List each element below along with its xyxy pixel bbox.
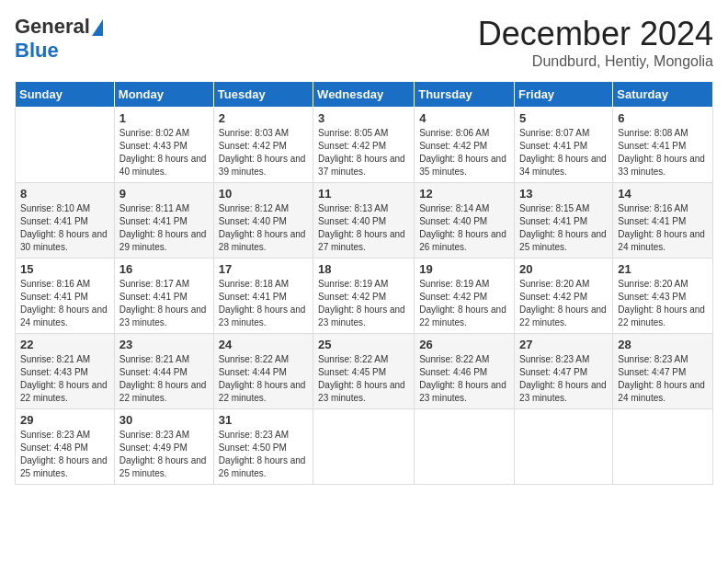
day-number: 10 xyxy=(219,187,308,201)
day-number: 11 xyxy=(318,187,409,201)
calendar-cell: 31Sunrise: 8:23 AMSunset: 4:50 PMDayligh… xyxy=(213,409,313,485)
calendar-table: Sunday Monday Tuesday Wednesday Thursday… xyxy=(15,81,713,485)
cell-content: Sunrise: 8:06 AMSunset: 4:42 PMDaylight:… xyxy=(419,127,509,178)
cell-content: Sunrise: 8:02 AMSunset: 4:43 PMDaylight:… xyxy=(119,127,209,178)
day-number: 22 xyxy=(20,338,109,351)
logo-arrow-icon xyxy=(92,19,103,36)
empty-cell xyxy=(415,409,515,485)
cell-content: Sunrise: 8:08 AMSunset: 4:41 PMDaylight:… xyxy=(618,127,708,178)
day-number: 3 xyxy=(318,111,409,125)
day-number: 4 xyxy=(419,111,509,125)
day-number: 13 xyxy=(519,187,608,201)
calendar-cell: 28Sunrise: 8:23 AMSunset: 4:47 PMDayligh… xyxy=(613,334,713,409)
location-text: Dundburd, Hentiy, Mongolia xyxy=(478,53,713,70)
day-number: 29 xyxy=(20,413,109,427)
cell-content: Sunrise: 8:21 AMSunset: 4:44 PMDaylight:… xyxy=(119,353,209,405)
calendar-cell: 20Sunrise: 8:20 AMSunset: 4:42 PMDayligh… xyxy=(515,259,613,334)
calendar-cell: 25Sunrise: 8:22 AMSunset: 4:45 PMDayligh… xyxy=(313,334,415,409)
calendar-cell: 27Sunrise: 8:23 AMSunset: 4:47 PMDayligh… xyxy=(515,334,613,409)
calendar-cell: 26Sunrise: 8:22 AMSunset: 4:46 PMDayligh… xyxy=(415,334,515,409)
empty-cell xyxy=(515,409,613,485)
day-number: 18 xyxy=(318,262,409,276)
col-friday: Friday xyxy=(515,82,613,108)
col-thursday: Thursday xyxy=(415,82,515,108)
calendar-cell: 10Sunrise: 8:12 AMSunset: 4:40 PMDayligh… xyxy=(213,183,313,259)
month-title: December 2024 xyxy=(478,15,713,53)
day-number: 5 xyxy=(519,111,608,125)
logo-blue-text: Blue xyxy=(15,39,59,63)
day-number: 28 xyxy=(618,338,708,351)
calendar-cell: 5Sunrise: 8:07 AMSunset: 4:41 PMDaylight… xyxy=(515,108,613,183)
logo-general-text: General xyxy=(15,15,90,39)
day-number: 24 xyxy=(219,338,308,351)
calendar-week-row: 22Sunrise: 8:21 AMSunset: 4:43 PMDayligh… xyxy=(16,334,713,409)
calendar-cell: 15Sunrise: 8:16 AMSunset: 4:41 PMDayligh… xyxy=(16,259,115,334)
day-number: 30 xyxy=(119,413,209,427)
calendar-body: 1Sunrise: 8:02 AMSunset: 4:43 PMDaylight… xyxy=(16,108,713,485)
cell-content: Sunrise: 8:19 AMSunset: 4:42 PMDaylight:… xyxy=(318,278,409,329)
col-monday: Monday xyxy=(114,82,213,108)
cell-content: Sunrise: 8:14 AMSunset: 4:40 PMDaylight:… xyxy=(419,202,509,254)
day-number: 26 xyxy=(419,338,509,351)
cell-content: Sunrise: 8:22 AMSunset: 4:45 PMDaylight:… xyxy=(318,353,409,405)
page-header: General Blue December 2024 Dundburd, Hen… xyxy=(15,15,713,70)
day-number: 27 xyxy=(519,338,608,351)
calendar-cell: 1Sunrise: 8:02 AMSunset: 4:43 PMDaylight… xyxy=(114,108,213,183)
calendar-cell: 12Sunrise: 8:14 AMSunset: 4:40 PMDayligh… xyxy=(415,183,515,259)
day-number: 20 xyxy=(519,262,608,276)
cell-content: Sunrise: 8:20 AMSunset: 4:43 PMDaylight:… xyxy=(618,278,708,329)
col-wednesday: Wednesday xyxy=(313,82,415,108)
calendar-cell: 2Sunrise: 8:03 AMSunset: 4:42 PMDaylight… xyxy=(213,108,313,183)
calendar-cell: 24Sunrise: 8:22 AMSunset: 4:44 PMDayligh… xyxy=(213,334,313,409)
cell-content: Sunrise: 8:11 AMSunset: 4:41 PMDaylight:… xyxy=(119,202,209,254)
calendar-cell: 11Sunrise: 8:13 AMSunset: 4:40 PMDayligh… xyxy=(313,183,415,259)
cell-content: Sunrise: 8:17 AMSunset: 4:41 PMDaylight:… xyxy=(119,278,209,329)
calendar-cell: 16Sunrise: 8:17 AMSunset: 4:41 PMDayligh… xyxy=(114,259,213,334)
cell-content: Sunrise: 8:03 AMSunset: 4:42 PMDaylight:… xyxy=(219,127,308,178)
calendar-cell: 4Sunrise: 8:06 AMSunset: 4:42 PMDaylight… xyxy=(415,108,515,183)
empty-cell xyxy=(313,409,415,485)
day-number: 8 xyxy=(20,187,109,201)
cell-content: Sunrise: 8:22 AMSunset: 4:44 PMDaylight:… xyxy=(219,353,308,405)
cell-content: Sunrise: 8:05 AMSunset: 4:42 PMDaylight:… xyxy=(318,127,409,178)
empty-cell xyxy=(613,409,713,485)
day-number: 23 xyxy=(119,338,209,351)
day-number: 19 xyxy=(419,262,509,276)
calendar-cell: 6Sunrise: 8:08 AMSunset: 4:41 PMDaylight… xyxy=(613,108,713,183)
calendar-cell: 13Sunrise: 8:15 AMSunset: 4:41 PMDayligh… xyxy=(515,183,613,259)
calendar-cell: 21Sunrise: 8:20 AMSunset: 4:43 PMDayligh… xyxy=(613,259,713,334)
calendar-cell: 14Sunrise: 8:16 AMSunset: 4:41 PMDayligh… xyxy=(613,183,713,259)
title-block: December 2024 Dundburd, Hentiy, Mongolia xyxy=(478,15,713,70)
calendar-header: Sunday Monday Tuesday Wednesday Thursday… xyxy=(16,82,713,108)
day-number: 12 xyxy=(419,187,509,201)
calendar-cell: 23Sunrise: 8:21 AMSunset: 4:44 PMDayligh… xyxy=(114,334,213,409)
day-number: 16 xyxy=(119,262,209,276)
day-number: 31 xyxy=(219,413,308,427)
cell-content: Sunrise: 8:22 AMSunset: 4:46 PMDaylight:… xyxy=(419,353,509,405)
col-sunday: Sunday xyxy=(16,82,115,108)
col-saturday: Saturday xyxy=(613,82,713,108)
cell-content: Sunrise: 8:23 AMSunset: 4:49 PMDaylight:… xyxy=(119,429,209,480)
cell-content: Sunrise: 8:18 AMSunset: 4:41 PMDaylight:… xyxy=(219,278,308,329)
cell-content: Sunrise: 8:16 AMSunset: 4:41 PMDaylight:… xyxy=(20,278,109,329)
cell-content: Sunrise: 8:20 AMSunset: 4:42 PMDaylight:… xyxy=(519,278,608,329)
calendar-week-row: 8Sunrise: 8:10 AMSunset: 4:41 PMDaylight… xyxy=(16,183,713,259)
cell-content: Sunrise: 8:15 AMSunset: 4:41 PMDaylight:… xyxy=(519,202,608,254)
col-tuesday: Tuesday xyxy=(213,82,313,108)
calendar-cell: 17Sunrise: 8:18 AMSunset: 4:41 PMDayligh… xyxy=(213,259,313,334)
calendar-week-row: 29Sunrise: 8:23 AMSunset: 4:48 PMDayligh… xyxy=(16,409,713,485)
day-number: 2 xyxy=(219,111,308,125)
calendar-week-row: 15Sunrise: 8:16 AMSunset: 4:41 PMDayligh… xyxy=(16,259,713,334)
day-number: 17 xyxy=(219,262,308,276)
day-number: 15 xyxy=(20,262,109,276)
calendar-cell: 9Sunrise: 8:11 AMSunset: 4:41 PMDaylight… xyxy=(114,183,213,259)
cell-content: Sunrise: 8:23 AMSunset: 4:50 PMDaylight:… xyxy=(219,429,308,480)
day-number: 1 xyxy=(119,111,209,125)
cell-content: Sunrise: 8:23 AMSunset: 4:47 PMDaylight:… xyxy=(618,353,708,405)
cell-content: Sunrise: 8:12 AMSunset: 4:40 PMDaylight:… xyxy=(219,202,308,254)
day-number: 6 xyxy=(618,111,708,125)
cell-content: Sunrise: 8:19 AMSunset: 4:42 PMDaylight:… xyxy=(419,278,509,329)
cell-content: Sunrise: 8:21 AMSunset: 4:43 PMDaylight:… xyxy=(20,353,109,405)
day-number: 25 xyxy=(318,338,409,351)
calendar-cell: 22Sunrise: 8:21 AMSunset: 4:43 PMDayligh… xyxy=(16,334,115,409)
